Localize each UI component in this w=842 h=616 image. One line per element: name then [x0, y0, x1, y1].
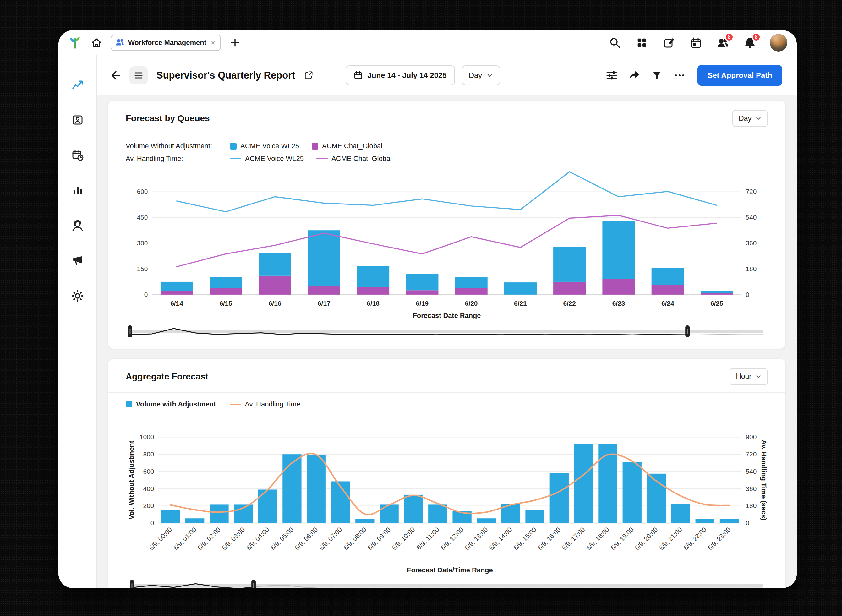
- svg-text:800: 800: [143, 450, 154, 458]
- legend-label: Av. Handling Time: [245, 400, 300, 408]
- sidebar-item-agents[interactable]: [70, 218, 85, 233]
- legend-label: ACME Voice WL25: [245, 154, 304, 163]
- browser-actions: 8 8: [607, 34, 787, 51]
- people-badge: 8: [725, 33, 733, 41]
- tab-workforce-management[interactable]: Workforce Management ×: [111, 35, 221, 51]
- svg-text:Av. Handling Time (secs): Av. Handling Time (secs): [760, 440, 768, 521]
- svg-text:6/9, 20:00: 6/9, 20:00: [634, 525, 659, 551]
- app-logo-icon[interactable]: [68, 35, 82, 50]
- svg-text:0: 0: [746, 519, 750, 527]
- svg-text:6/9, 19:00: 6/9, 19:00: [609, 525, 635, 551]
- legend-label: Volume with Adjustment: [136, 400, 216, 408]
- dashboard-content: Forecast by Queues Day Volume Without Ad…: [97, 95, 797, 588]
- svg-text:6/9, 14:00: 6/9, 14:00: [488, 525, 513, 551]
- date-range-button[interactable]: June 14 - July 14 2025: [346, 65, 455, 85]
- sidebar-item-schedule[interactable]: [70, 148, 85, 163]
- svg-text:150: 150: [137, 265, 148, 272]
- legend-item[interactable]: ACME Voice WL25: [230, 142, 299, 150]
- legend-item[interactable]: Volume with Adjustment: [126, 400, 216, 408]
- svg-text:6/9, 04:00: 6/9, 04:00: [245, 525, 270, 551]
- granularity-value: Day: [469, 71, 482, 80]
- search-icon[interactable]: [607, 35, 622, 50]
- svg-text:6/9, 06:00: 6/9, 06:00: [293, 525, 319, 551]
- date-range-brush[interactable]: [126, 323, 768, 340]
- home-icon[interactable]: [89, 35, 104, 50]
- people-icon[interactable]: 8: [716, 35, 730, 50]
- svg-text:6/9, 02:00: 6/9, 02:00: [196, 525, 222, 551]
- sidebar-item-reports[interactable]: [70, 183, 85, 198]
- notification-badge: 8: [752, 33, 761, 41]
- svg-text:6/9, 12:00: 6/9, 12:00: [439, 525, 465, 551]
- svg-text:6/9, 21:00: 6/9, 21:00: [657, 525, 684, 551]
- back-icon[interactable]: [108, 68, 123, 83]
- legend-swatch: [126, 401, 132, 408]
- svg-text:400: 400: [143, 485, 154, 492]
- adjustments-icon[interactable]: [603, 66, 621, 85]
- more-icon[interactable]: [670, 66, 689, 85]
- browser-top-bar: Workforce Management ×: [59, 30, 797, 55]
- svg-text:6/15: 6/15: [219, 300, 232, 307]
- legend-item[interactable]: Av. Handling Time: [230, 400, 300, 408]
- svg-text:0: 0: [144, 291, 148, 298]
- legend-item[interactable]: ACME Chat_Global: [316, 154, 392, 163]
- svg-text:6/9, 09:00: 6/9, 09:00: [366, 525, 392, 551]
- sidebar-item-analytics[interactable]: [70, 77, 85, 92]
- legend-swatch: [230, 143, 236, 150]
- svg-text:0: 0: [151, 519, 154, 527]
- tab-people-icon: [115, 37, 125, 48]
- svg-text:900: 900: [746, 433, 757, 440]
- svg-text:6/9, 00:00: 6/9, 00:00: [148, 525, 173, 551]
- legend-line-swatch: [230, 404, 241, 405]
- svg-text:Forecast Date Range: Forecast Date Range: [413, 312, 481, 320]
- tab-close-icon[interactable]: ×: [210, 39, 216, 47]
- svg-text:6/9, 01:00: 6/9, 01:00: [172, 525, 198, 551]
- svg-text:360: 360: [746, 485, 757, 492]
- legend-item[interactable]: ACME Voice WL25: [230, 154, 304, 163]
- svg-text:540: 540: [746, 214, 757, 221]
- sidebar-item-announcements[interactable]: [70, 253, 85, 268]
- filter-icon[interactable]: [648, 66, 666, 85]
- svg-text:6/9, 18:00: 6/9, 18:00: [585, 525, 610, 551]
- select-value: Hour: [736, 372, 751, 381]
- forecast-by-queues-chart: 001501803003604505406007206/146/156/166/…: [126, 169, 768, 322]
- avatar[interactable]: [770, 34, 787, 51]
- granularity-dropdown[interactable]: Day: [462, 65, 500, 85]
- sidebar-item-contacts[interactable]: [70, 113, 85, 128]
- calendar-icon[interactable]: [689, 35, 703, 50]
- svg-text:300: 300: [137, 239, 148, 246]
- share-icon[interactable]: [625, 66, 644, 85]
- svg-text:0: 0: [746, 291, 750, 298]
- popout-icon[interactable]: [304, 70, 314, 81]
- set-approval-path-button[interactable]: Set Approval Path: [697, 65, 782, 86]
- legend-label: ACME Voice WL25: [241, 142, 299, 150]
- legend-label: ACME Chat_Global: [322, 142, 382, 150]
- svg-text:6/9, 13:00: 6/9, 13:00: [464, 525, 489, 551]
- date-range-label: June 14 - July 14 2025: [368, 71, 447, 80]
- new-tab-icon[interactable]: [228, 35, 242, 50]
- app-window: Workforce Management ×: [59, 30, 797, 588]
- legend-row-label: Volume Without Adjustment:: [126, 142, 230, 150]
- notifications-bell-icon[interactable]: 8: [743, 35, 757, 50]
- svg-text:720: 720: [746, 450, 757, 458]
- svg-text:Forecast Date/Time Range: Forecast Date/Time Range: [407, 566, 493, 574]
- sidebar-item-settings[interactable]: [70, 288, 85, 304]
- apps-grid-icon[interactable]: [635, 35, 649, 50]
- svg-text:6/14: 6/14: [170, 300, 183, 307]
- queues-granularity-select[interactable]: Day: [732, 110, 768, 127]
- legend-item[interactable]: ACME Chat_Global: [312, 142, 382, 150]
- chart-legend: Volume Without Adjustment: ACME Voice WL…: [126, 142, 768, 163]
- left-sidebar: [59, 55, 97, 588]
- menu-icon[interactable]: [129, 66, 148, 85]
- svg-text:6/9, 10:00: 6/9, 10:00: [390, 525, 416, 551]
- svg-text:6/9, 22:00: 6/9, 22:00: [682, 525, 708, 551]
- svg-text:540: 540: [746, 468, 757, 475]
- datetime-range-brush[interactable]: [126, 577, 768, 588]
- svg-text:6/21: 6/21: [514, 300, 527, 307]
- legend-swatch: [312, 143, 318, 150]
- svg-text:6/24: 6/24: [662, 300, 674, 307]
- forecast-by-queues-card: Forecast by Queues Day Volume Without Ad…: [108, 101, 785, 349]
- compose-icon[interactable]: [662, 35, 676, 50]
- svg-text:600: 600: [137, 188, 148, 195]
- aggregate-granularity-select[interactable]: Hour: [729, 368, 768, 385]
- header-tools: Set Approval Path: [603, 65, 782, 86]
